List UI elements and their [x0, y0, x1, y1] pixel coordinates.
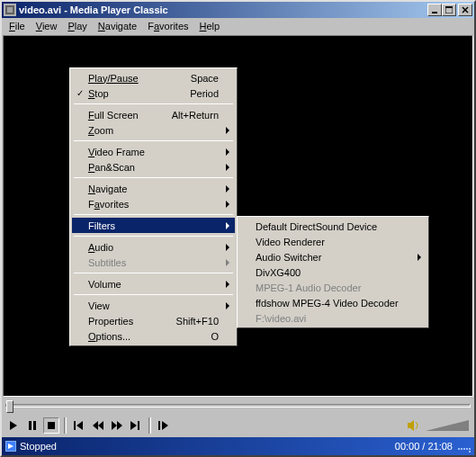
svg-rect-10 [48, 422, 55, 429]
svg-marker-15 [112, 421, 117, 430]
window-title: video.avi - Media Player Classic [19, 4, 168, 15]
seek-bar[interactable] [5, 404, 471, 408]
controls [2, 414, 474, 437]
submenu-arrow-icon [226, 222, 229, 229]
filter-mpeg1: MPEG-1 Audio Decoder [239, 280, 427, 295]
ctx-video-frame[interactable]: Video Frame [72, 144, 235, 159]
menu-separator [74, 140, 233, 141]
menu-favorites[interactable]: Favorites [142, 20, 193, 32]
seek-thumb[interactable] [6, 400, 13, 413]
svg-marker-7 [10, 421, 17, 430]
ctx-play-pause[interactable]: Play/Pause Space [72, 70, 235, 85]
menubar: File View Play Navigate Favorites Help [2, 18, 474, 34]
minimize-button[interactable] [427, 4, 442, 16]
rewind-button[interactable] [90, 417, 106, 434]
svg-rect-1 [7, 7, 13, 13]
menu-separator [74, 236, 233, 237]
seek-bar-row [2, 398, 474, 414]
frame-step-button[interactable] [156, 417, 172, 434]
filter-divx[interactable]: DivXG400 [239, 264, 427, 280]
svg-rect-2 [432, 12, 437, 13]
skip-forward-button[interactable] [128, 417, 144, 434]
ctx-zoom[interactable]: Zoom [72, 122, 235, 138]
status-time: 00:00 / 21:08 [395, 441, 453, 452]
ctx-subtitles: Subtitles [72, 255, 235, 270]
submenu-arrow-icon [226, 244, 229, 251]
menu-separator [74, 273, 233, 273]
submenu-arrow-icon [418, 254, 421, 261]
pause-button[interactable] [24, 417, 40, 434]
filter-ffdshow[interactable]: ffdshow MPEG-4 Video Decoder [239, 295, 427, 310]
status-bar: Stopped 00:00 / 21:08 [2, 437, 474, 455]
svg-rect-8 [29, 421, 31, 430]
resize-grip[interactable] [458, 440, 471, 453]
separator [148, 417, 151, 434]
svg-marker-16 [117, 421, 122, 430]
submenu-arrow-icon [226, 164, 229, 171]
svg-rect-11 [74, 421, 76, 430]
svg-marker-21 [408, 420, 414, 431]
svg-marker-20 [162, 421, 168, 430]
filter-video-renderer[interactable]: Video Renderer [239, 234, 427, 249]
ctx-filters[interactable]: Filters [72, 218, 235, 233]
menu-separator [74, 294, 233, 295]
ctx-properties[interactable]: Properties Shift+F10 [72, 313, 235, 328]
filters-submenu: Default DirectSound Device Video Rendere… [237, 216, 429, 328]
fastforward-button[interactable] [109, 417, 125, 434]
svg-rect-19 [158, 421, 160, 430]
svg-marker-22 [8, 444, 13, 449]
filter-audio-switcher[interactable]: Audio Switcher [239, 249, 427, 264]
menu-file[interactable]: File [4, 20, 31, 32]
ctx-options[interactable]: Options... O [72, 328, 235, 344]
titlebar[interactable]: video.avi - Media Player Classic [2, 2, 474, 18]
svg-rect-9 [33, 421, 36, 430]
ctx-view[interactable]: View [72, 298, 235, 313]
skip-back-button[interactable] [71, 417, 87, 434]
status-state: Stopped [20, 441, 57, 452]
menu-navigate[interactable]: Navigate [93, 20, 142, 32]
app-icon [4, 4, 16, 16]
maximize-button[interactable] [442, 4, 456, 16]
submenu-arrow-icon [226, 185, 229, 193]
svg-rect-18 [138, 421, 139, 430]
submenu-arrow-icon [226, 148, 229, 156]
svg-marker-17 [130, 421, 137, 430]
status-icon [5, 441, 16, 452]
context-menu: Play/Pause Space ✓ Stop Period Full Scre… [69, 67, 238, 346]
submenu-arrow-icon [226, 259, 229, 266]
menu-view[interactable]: View [31, 20, 63, 32]
mute-button[interactable] [406, 417, 422, 434]
filter-directsound[interactable]: Default DirectSound Device [239, 219, 427, 234]
stop-button[interactable] [43, 417, 59, 434]
submenu-arrow-icon [226, 201, 229, 208]
menu-separator [74, 214, 233, 215]
submenu-arrow-icon [226, 127, 229, 134]
ctx-stop[interactable]: ✓ Stop Period [72, 85, 235, 101]
close-button[interactable] [458, 4, 472, 16]
play-button[interactable] [5, 417, 22, 434]
menu-separator [74, 103, 233, 104]
svg-marker-13 [93, 421, 98, 430]
menu-help[interactable]: Help [194, 20, 226, 32]
submenu-arrow-icon [226, 302, 229, 309]
menu-separator [74, 177, 233, 178]
svg-marker-14 [98, 421, 103, 430]
svg-marker-12 [76, 421, 83, 430]
ctx-audio[interactable]: Audio [72, 239, 235, 255]
volume-slider[interactable] [426, 419, 471, 432]
ctx-favorites[interactable]: Favorites [72, 196, 235, 211]
ctx-fullscreen[interactable]: Full Screen Alt+Return [72, 107, 235, 122]
submenu-arrow-icon [226, 281, 229, 288]
ctx-volume[interactable]: Volume [72, 276, 235, 291]
ctx-navigate[interactable]: Navigate [72, 181, 235, 196]
menu-play[interactable]: Play [62, 20, 92, 32]
separator [64, 417, 67, 434]
check-icon: ✓ [76, 88, 84, 98]
svg-rect-4 [445, 6, 453, 8]
filter-source: F:\video.avi [239, 310, 427, 326]
ctx-panscan[interactable]: Pan&Scan [72, 159, 235, 175]
